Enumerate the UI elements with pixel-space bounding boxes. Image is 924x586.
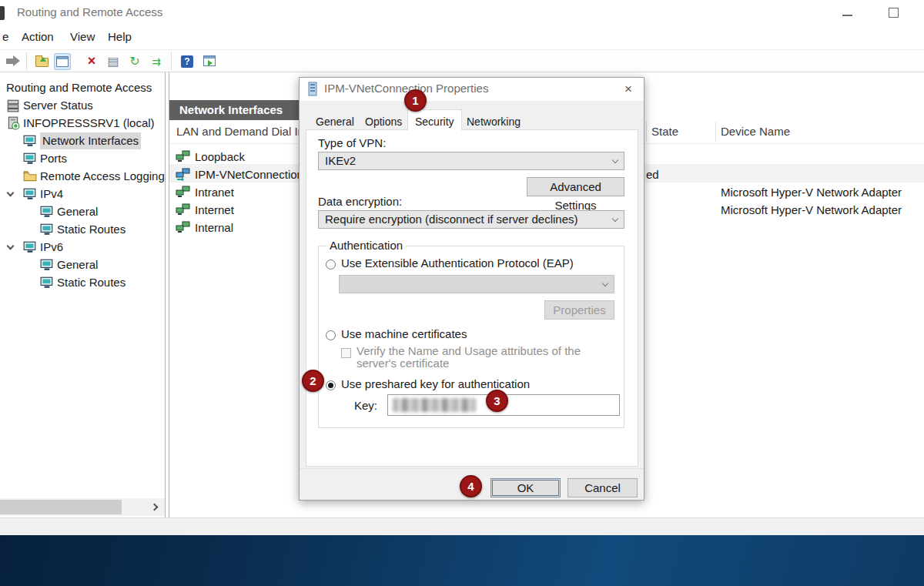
advanced-settings-button[interactable]: Advanced Settings	[527, 177, 624, 196]
tree-item-ports[interactable]: Ports	[0, 150, 67, 167]
tab-security[interactable]: Security	[407, 109, 462, 130]
chevron-down-icon[interactable]	[7, 189, 15, 197]
properties-icon[interactable]: ▤	[105, 53, 122, 70]
step-badge-4: 4	[460, 475, 482, 497]
maximize-button[interactable]	[882, 3, 906, 23]
vpn-type-value: IKEv2	[325, 154, 356, 167]
cancel-button[interactable]: Cancel	[567, 478, 638, 497]
chevron-right-icon	[151, 504, 159, 511]
help-icon[interactable]: ?	[179, 53, 196, 70]
menu-view[interactable]: View	[70, 30, 95, 43]
row-device-name: Microsoft Hyper-V Network Adapter	[721, 201, 902, 219]
eap-radio-label: Use Extensible Authentication Protocol (…	[341, 256, 574, 270]
network-node-icon	[23, 187, 37, 201]
data-encryption-dropdown[interactable]: Require encryption (disconnect if server…	[318, 210, 624, 229]
preshared-key-label: Use preshared key for authentication	[341, 377, 530, 390]
tree-item-label: Ports	[40, 150, 67, 167]
tree-item-label: INFOPRESSSRV1 (local)	[23, 115, 155, 132]
network-node-icon	[40, 276, 54, 290]
tree-item-label: Static Routes	[57, 221, 126, 238]
ok-button[interactable]: OK	[490, 478, 561, 497]
column-header-state[interactable]: State	[651, 125, 678, 138]
tree-item-server-status[interactable]: Server Status	[0, 97, 93, 114]
menu-help[interactable]: Help	[108, 30, 132, 43]
mini-window-shape	[203, 55, 216, 66]
delete-icon[interactable]: ×	[83, 53, 100, 70]
chevron-down-icon[interactable]	[7, 243, 15, 250]
scroll-right-button[interactable]	[146, 498, 165, 516]
machine-certificates-label: Use machine certificates	[341, 327, 467, 340]
tree-item-remote-access-logging[interactable]: Remote Access Logging &	[0, 168, 166, 185]
forward-arrow-icon[interactable]	[5, 53, 22, 70]
preshared-key-radio-selected[interactable]	[326, 380, 336, 390]
tree-item-ipv4[interactable]: IPv4	[0, 186, 63, 203]
mini-window-shape	[56, 56, 69, 67]
data-encryption-value: Require encryption (disconnect if server…	[325, 213, 578, 226]
authentication-group-label: Authentication	[326, 239, 406, 252]
toolbar: × ▤ ↻ ⇉ ?	[0, 49, 924, 72]
server-local-icon	[6, 116, 20, 130]
tree-item-network-interfaces[interactable]: Network Interfaces	[0, 132, 141, 149]
folder-icon	[23, 169, 37, 183]
tree-root[interactable]: Routing and Remote Access	[6, 79, 152, 96]
step-badge-2: 2	[302, 370, 324, 392]
vpn-type-dropdown[interactable]: IKEv2	[318, 152, 624, 170]
network-node-icon	[23, 152, 37, 166]
tree-item-server-local[interactable]: INFOPRESSSRV1 (local)	[0, 115, 155, 132]
folder-shape	[35, 58, 49, 67]
row-name: IPM-VNetConnection	[195, 166, 303, 183]
menu-action[interactable]: Action	[22, 30, 54, 43]
horizontal-scrollbar[interactable]	[0, 498, 165, 516]
tree-item-ipv4-static-routes[interactable]: Static Routes	[0, 221, 126, 238]
column-header-device[interactable]: Device Name	[721, 125, 790, 138]
tree-item-ipv4-general[interactable]: General	[0, 203, 98, 220]
verify-attributes-label: Verify the Name and Usage attributes of …	[357, 345, 595, 370]
tab-general[interactable]: General	[309, 113, 361, 130]
window-title: Routing and Remote Access	[17, 5, 162, 18]
tree-item-ipv6-static-routes[interactable]: Static Routes	[0, 274, 126, 291]
menu-file-partial[interactable]: e	[2, 30, 8, 43]
help-glyph: ?	[181, 55, 193, 68]
network-node-icon	[23, 240, 37, 254]
tree-item-ipv6[interactable]: IPv6	[0, 239, 63, 256]
network-node-icon	[40, 205, 54, 219]
refresh-icon[interactable]: ↻	[126, 53, 143, 70]
eap-method-dropdown-disabled	[339, 275, 614, 293]
step-badge-3: 3	[486, 390, 508, 412]
network-adapter-icon	[176, 149, 191, 163]
mini-window-bar	[204, 56, 215, 59]
console-window-icon[interactable]	[202, 53, 219, 70]
app-icon	[0, 6, 5, 20]
column-header-name[interactable]: LAN and Demand Dial In	[176, 125, 304, 138]
step-badge-1: 1	[404, 89, 427, 112]
console-tree-panel: Routing and Remote Access Server Status …	[0, 72, 166, 517]
connection-icon	[307, 82, 318, 97]
show-console-tree-icon[interactable]	[54, 53, 71, 70]
window-titlebar[interactable]: Routing and Remote Access	[0, 0, 924, 26]
redacted-key-value	[393, 398, 476, 412]
network-adapter-icon	[176, 203, 191, 216]
tree-item-label: General	[57, 203, 98, 220]
row-name: Loopback	[195, 148, 245, 166]
network-node-icon	[23, 134, 37, 148]
export-list-icon[interactable]: ⇉	[148, 53, 165, 70]
scrollbar-thumb[interactable]	[0, 500, 122, 514]
export-folder-icon[interactable]	[34, 53, 51, 70]
close-icon[interactable]: ×	[619, 80, 638, 99]
status-bar	[0, 517, 924, 535]
authentication-group: Authentication Use Extensible Authentica…	[318, 246, 624, 428]
row-name: Internal	[195, 219, 233, 236]
ipm-vnetconnection-properties-dialog: IPM-VNetConnection Properties × General …	[299, 77, 644, 501]
dialog-titlebar[interactable]: IPM-VNetConnection Properties ×	[300, 78, 644, 101]
tab-options[interactable]: Options	[358, 113, 409, 130]
row-name: Internet	[195, 201, 234, 219]
minimize-button[interactable]	[836, 3, 859, 23]
tab-networking[interactable]: Networking	[460, 113, 527, 130]
eap-radio[interactable]	[326, 260, 336, 270]
tree-item-ipv6-general[interactable]: General	[0, 256, 98, 273]
tree-item-label: General	[57, 256, 98, 273]
chevron-down-icon	[602, 280, 608, 286]
tree-item-label: Static Routes	[57, 274, 126, 291]
network-adapter-icon	[176, 185, 191, 199]
machine-certificates-radio[interactable]	[326, 330, 336, 340]
